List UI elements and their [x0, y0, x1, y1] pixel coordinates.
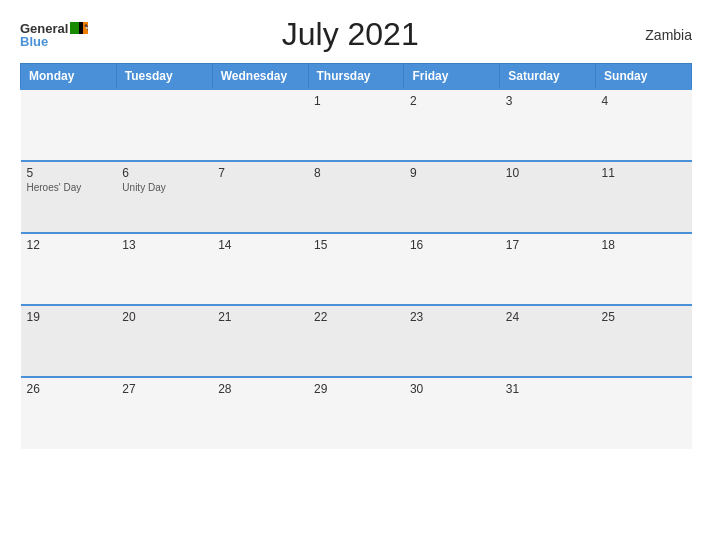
calendar-cell: 19	[21, 305, 117, 377]
day-header-wednesday: Wednesday	[212, 64, 308, 90]
page: General 🦅 Blue July 2021 Zambia MondayTu…	[0, 0, 712, 550]
day-event: Unity Day	[122, 182, 206, 193]
day-number: 31	[506, 382, 590, 396]
calendar-cell: 18	[596, 233, 692, 305]
calendar-cell: 30	[404, 377, 500, 449]
week-row-4: 19202122232425	[21, 305, 692, 377]
day-number: 19	[27, 310, 111, 324]
calendar-cell: 24	[500, 305, 596, 377]
day-number: 30	[410, 382, 494, 396]
calendar-cell	[212, 89, 308, 161]
day-header-sunday: Sunday	[596, 64, 692, 90]
calendar-cell: 1	[308, 89, 404, 161]
calendar-cell: 23	[404, 305, 500, 377]
day-number: 6	[122, 166, 206, 180]
day-number: 14	[218, 238, 302, 252]
calendar-cell: 13	[116, 233, 212, 305]
day-number: 17	[506, 238, 590, 252]
day-header-friday: Friday	[404, 64, 500, 90]
day-number: 2	[410, 94, 494, 108]
day-number: 5	[27, 166, 111, 180]
day-header-monday: Monday	[21, 64, 117, 90]
calendar-cell: 14	[212, 233, 308, 305]
week-row-2: 5Heroes' Day6Unity Day7891011	[21, 161, 692, 233]
logo-blue-text: Blue	[20, 35, 48, 48]
calendar-cell: 28	[212, 377, 308, 449]
calendar-cell: 7	[212, 161, 308, 233]
calendar-cell: 16	[404, 233, 500, 305]
calendar-cell: 15	[308, 233, 404, 305]
day-event: Heroes' Day	[27, 182, 111, 193]
calendar-cell: 2	[404, 89, 500, 161]
day-number: 24	[506, 310, 590, 324]
logo-flag-icon: 🦅	[70, 22, 88, 34]
calendar-cell	[116, 89, 212, 161]
day-number: 23	[410, 310, 494, 324]
days-of-week-row: MondayTuesdayWednesdayThursdayFridaySatu…	[21, 64, 692, 90]
calendar-cell: 26	[21, 377, 117, 449]
day-number: 9	[410, 166, 494, 180]
calendar-cell: 22	[308, 305, 404, 377]
logo-general-text: General	[20, 22, 68, 35]
calendar-body: 12345Heroes' Day6Unity Day78910111213141…	[21, 89, 692, 449]
calendar-cell	[21, 89, 117, 161]
day-number: 18	[602, 238, 686, 252]
day-header-tuesday: Tuesday	[116, 64, 212, 90]
day-number: 4	[602, 94, 686, 108]
calendar-cell: 20	[116, 305, 212, 377]
calendar-cell: 10	[500, 161, 596, 233]
calendar-cell: 4	[596, 89, 692, 161]
day-number: 29	[314, 382, 398, 396]
day-number: 20	[122, 310, 206, 324]
day-number: 12	[27, 238, 111, 252]
calendar-cell: 9	[404, 161, 500, 233]
calendar-cell: 31	[500, 377, 596, 449]
day-number: 11	[602, 166, 686, 180]
calendar-cell: 29	[308, 377, 404, 449]
calendar-cell: 17	[500, 233, 596, 305]
calendar-title: July 2021	[88, 16, 612, 53]
calendar-cell: 5Heroes' Day	[21, 161, 117, 233]
calendar-cell: 25	[596, 305, 692, 377]
calendar-cell: 11	[596, 161, 692, 233]
country-label: Zambia	[612, 27, 692, 43]
logo: General 🦅 Blue	[20, 22, 88, 48]
day-number: 27	[122, 382, 206, 396]
day-number: 3	[506, 94, 590, 108]
calendar-cell: 21	[212, 305, 308, 377]
calendar-header: MondayTuesdayWednesdayThursdayFridaySatu…	[21, 64, 692, 90]
day-number: 8	[314, 166, 398, 180]
day-number: 13	[122, 238, 206, 252]
calendar-table: MondayTuesdayWednesdayThursdayFridaySatu…	[20, 63, 692, 449]
calendar-cell: 6Unity Day	[116, 161, 212, 233]
day-number: 16	[410, 238, 494, 252]
day-number: 1	[314, 94, 398, 108]
calendar-cell: 12	[21, 233, 117, 305]
svg-rect-2	[79, 22, 83, 34]
day-number: 22	[314, 310, 398, 324]
day-number: 10	[506, 166, 590, 180]
calendar-cell: 3	[500, 89, 596, 161]
day-number: 15	[314, 238, 398, 252]
day-number: 28	[218, 382, 302, 396]
week-row-1: 1234	[21, 89, 692, 161]
day-number: 25	[602, 310, 686, 324]
calendar-cell: 8	[308, 161, 404, 233]
calendar-cell	[596, 377, 692, 449]
header: General 🦅 Blue July 2021 Zambia	[20, 16, 692, 53]
day-number: 21	[218, 310, 302, 324]
week-row-3: 12131415161718	[21, 233, 692, 305]
calendar-cell: 27	[116, 377, 212, 449]
day-header-saturday: Saturday	[500, 64, 596, 90]
day-number: 7	[218, 166, 302, 180]
day-number: 26	[27, 382, 111, 396]
day-header-thursday: Thursday	[308, 64, 404, 90]
week-row-5: 262728293031	[21, 377, 692, 449]
